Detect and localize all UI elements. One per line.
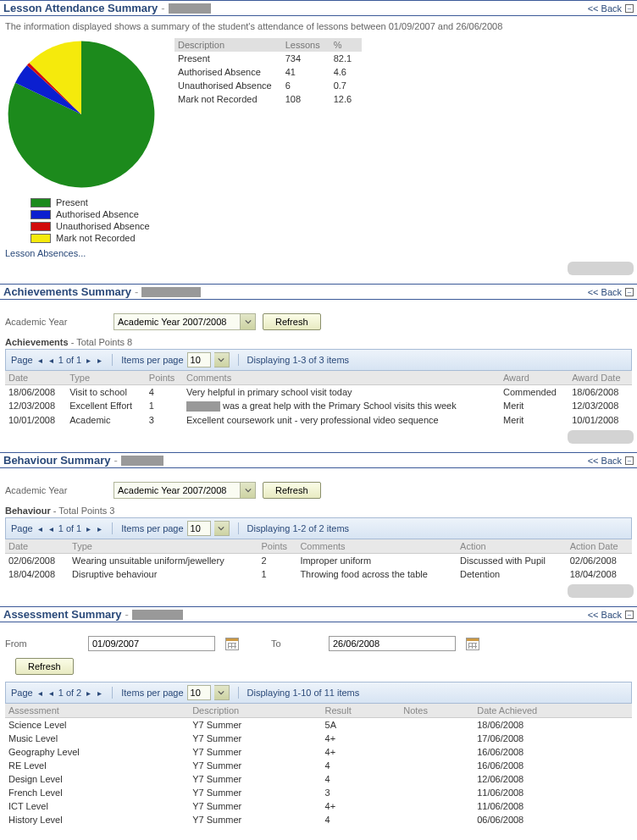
calendar-icon[interactable] xyxy=(466,638,479,650)
legend-swatch xyxy=(30,234,51,243)
year-select[interactable] xyxy=(114,482,256,499)
redacted-name xyxy=(169,3,211,14)
intro-text: The information displayed shows a summar… xyxy=(5,21,632,31)
legend-item: Mark not Recorded xyxy=(30,233,632,243)
achievements-table: DateTypePointsCommentsAwardAward Date 18… xyxy=(5,371,632,427)
column-header: Description xyxy=(189,704,321,718)
column-header: Award xyxy=(500,371,568,385)
column-header: Action xyxy=(457,539,567,554)
table-row: Geography LevelY7 Summer4+16/06/2008 xyxy=(5,745,632,759)
legend-swatch xyxy=(30,198,51,207)
behaviour-table: DateTypePointsCommentsActionAction Date … xyxy=(5,539,632,581)
page-next-icon[interactable]: ▸ xyxy=(85,356,92,365)
page-prev-icon[interactable]: ◂ xyxy=(47,524,55,533)
column-header: Comments xyxy=(183,371,500,385)
column-header: Action Date xyxy=(567,539,632,554)
panel-title: Lesson Attendance Summary xyxy=(3,2,158,14)
table-row: History LevelY7 Summer406/06/2008 xyxy=(5,813,632,826)
column-header: % xyxy=(330,38,362,52)
table-row: 02/06/2008Wearing unsuitable uniform/jew… xyxy=(5,554,632,568)
calendar-icon[interactable] xyxy=(225,638,239,650)
items-per-page-input[interactable] xyxy=(187,352,211,368)
items-per-page-input[interactable] xyxy=(187,685,211,700)
column-header: Notes xyxy=(400,704,474,718)
from-date-input[interactable] xyxy=(88,636,215,651)
table-row: 18/06/2008Visit to school4Very helpful i… xyxy=(5,385,632,400)
page-first-icon[interactable]: ◂ xyxy=(36,356,44,365)
year-select[interactable] xyxy=(114,313,256,330)
panel-title: Assessment Summary xyxy=(3,608,121,621)
achievements-panel: Achievements Summary - << Back – Academi… xyxy=(0,284,637,445)
collapse-icon[interactable]: – xyxy=(625,4,634,13)
from-label: From xyxy=(5,638,81,649)
column-header: Date xyxy=(5,539,69,554)
attendance-panel: Lesson Attendance Summary - << Back – Th… xyxy=(0,0,637,277)
chevron-down-icon[interactable] xyxy=(241,313,256,330)
column-header: Lessons xyxy=(282,38,330,52)
footer-stamp xyxy=(568,262,634,275)
table-row: ICT LevelY7 Summer4+11/06/2008 xyxy=(5,799,632,813)
collapse-icon[interactable]: – xyxy=(625,611,634,619)
collapse-icon[interactable]: – xyxy=(625,456,634,465)
items-per-page-input[interactable] xyxy=(187,521,211,536)
chevron-down-icon[interactable] xyxy=(214,521,230,536)
page-next-icon[interactable]: ▸ xyxy=(85,524,92,533)
page-prev-icon[interactable]: ◂ xyxy=(47,688,55,698)
pager: Page ◂ ◂ 1 of 1 ▸ ▸ Items per page Displ… xyxy=(5,349,632,371)
table-row: Mark not Recorded10812.6 xyxy=(174,92,362,106)
year-label: Academic Year xyxy=(5,485,107,495)
refresh-button[interactable]: Refresh xyxy=(15,658,74,675)
chevron-down-icon[interactable] xyxy=(241,482,256,499)
redacted-name xyxy=(141,287,201,297)
table-row: Present73482.1 xyxy=(174,52,362,65)
column-header: Comments xyxy=(296,539,457,554)
panel-title: Behaviour Summary xyxy=(3,454,110,467)
back-link[interactable]: << Back – xyxy=(588,610,634,620)
column-header: Date xyxy=(5,371,66,385)
chevron-down-icon[interactable] xyxy=(214,685,230,700)
page-last-icon[interactable]: ▸ xyxy=(96,356,103,365)
table-row: French LevelY7 Summer311/06/2008 xyxy=(5,786,632,799)
footer-stamp xyxy=(568,584,634,598)
to-label: To xyxy=(271,638,322,649)
table-row: RE LevelY7 Summer416/06/2008 xyxy=(5,759,632,772)
page-next-icon[interactable]: ▸ xyxy=(85,688,92,698)
page-first-icon[interactable]: ◂ xyxy=(36,688,44,698)
column-header: Description xyxy=(174,38,282,52)
legend-item: Authorised Absence xyxy=(30,209,632,219)
to-date-input[interactable] xyxy=(329,636,456,651)
behaviour-panel: Behaviour Summary - << Back – Academic Y… xyxy=(0,452,637,600)
page-prev-icon[interactable]: ◂ xyxy=(47,356,55,365)
column-header: Type xyxy=(66,371,146,385)
refresh-button[interactable]: Refresh xyxy=(263,482,321,499)
page-last-icon[interactable]: ▸ xyxy=(96,688,103,698)
table-row: 12/03/2008Excellent Effort1was a great h… xyxy=(5,399,632,413)
assessment-panel: Assessment Summary - << Back – From To R… xyxy=(0,606,637,830)
column-header: Points xyxy=(146,371,183,385)
page-last-icon[interactable]: ▸ xyxy=(96,524,103,533)
year-label: Academic Year xyxy=(5,317,107,327)
legend-item: Unauthorised Absence xyxy=(30,221,632,231)
pager: Page ◂ ◂ 1 of 2 ▸ ▸ Items per page Displ… xyxy=(5,682,632,704)
pager: Page ◂ ◂ 1 of 1 ▸ ▸ Items per page Displ… xyxy=(5,517,632,539)
back-link[interactable]: << Back – xyxy=(588,3,634,14)
back-link[interactable]: << Back – xyxy=(588,456,634,466)
panel-title: Achievements Summary xyxy=(3,285,131,298)
lesson-absences-link[interactable]: Lesson Absences... xyxy=(5,248,86,258)
footer-stamp xyxy=(568,430,634,444)
legend-swatch xyxy=(30,222,51,231)
table-row: Authorised Absence414.6 xyxy=(174,65,362,79)
table-row: 18/04/2008Disruptive behaviour1Throwing … xyxy=(5,567,632,581)
column-header: Result xyxy=(322,704,401,718)
table-row: Unauthorised Absence60.7 xyxy=(174,79,362,92)
chevron-down-icon[interactable] xyxy=(214,352,230,368)
table-row: Music LevelY7 Summer4+17/06/2008 xyxy=(5,732,632,745)
collapse-icon[interactable]: – xyxy=(625,288,634,296)
legend: PresentAuthorised AbsenceUnauthorised Ab… xyxy=(5,197,632,243)
table-row: Design LevelY7 Summer412/06/2008 xyxy=(5,772,632,786)
refresh-button[interactable]: Refresh xyxy=(263,313,321,330)
page-first-icon[interactable]: ◂ xyxy=(36,524,44,533)
attendance-table: DescriptionLessons% Present73482.1Author… xyxy=(174,38,362,106)
back-link[interactable]: << Back – xyxy=(588,287,634,297)
pie-chart xyxy=(5,38,158,191)
